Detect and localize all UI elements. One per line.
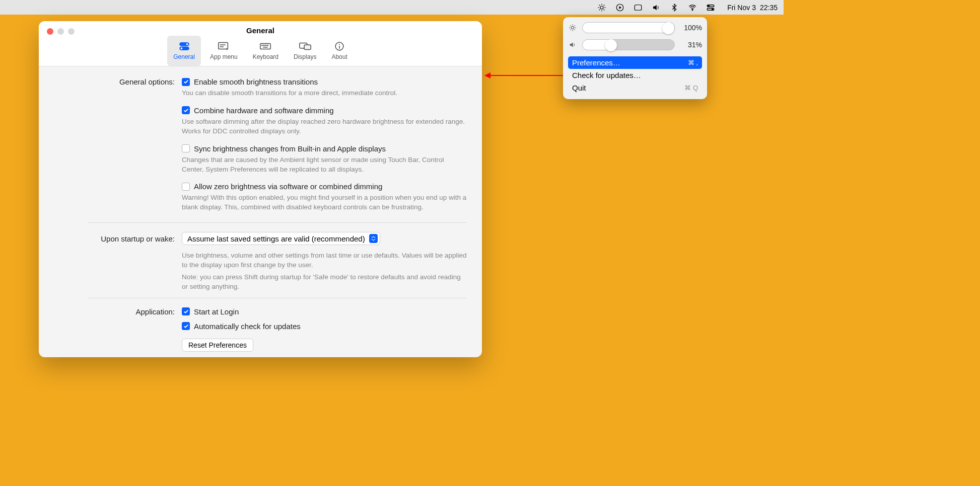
brightness-slider[interactable] [582,22,675,33]
control-center-icon[interactable] [706,3,715,12]
svg-line-5 [599,5,600,6]
brightness-slider-icon [568,24,577,32]
startup-label: Upon startup or wake: [54,234,175,243]
option-zero-hint: Warning! With this option enabled, you m… [182,193,467,212]
option-auto-update-label: Automatically check for updates [194,322,301,331]
shortcut-preferences: ⌘ , [688,59,698,66]
shortcut-quit: ⌘ Q [684,84,698,92]
option-combine-hint: Use software dimming after the display r… [182,117,467,136]
startup-hint-2: Note: you can press Shift during startup… [182,273,467,292]
tab-general[interactable]: General [167,36,201,66]
svg-marker-10 [619,6,622,9]
svg-point-14 [708,5,709,6]
application-label: Application: [54,307,175,316]
checkbox-start-at-login[interactable] [182,307,190,315]
svg-line-42 [574,29,575,30]
menubar-popover: 100% 31% Preferences… ⌘ , Check for upda… [563,17,707,99]
tab-keyboard[interactable]: Keyboard [247,36,285,66]
option-smooth-hint: You can disable smooth transitions for a… [182,89,467,98]
svg-line-43 [570,29,571,30]
reset-preferences-button[interactable]: Reset Preferences [182,339,253,352]
svg-line-44 [574,25,575,26]
svg-marker-46 [484,72,491,78]
menubar: Fri Nov 3 22:35 [0,0,784,15]
startup-hint-1: Use brightness, volume and other setting… [182,251,467,270]
annotation-arrow [483,70,564,80]
divider [88,222,467,223]
brightness-icon[interactable] [597,3,606,12]
svg-point-28 [267,45,268,45]
info-icon [333,41,346,52]
screen-icon[interactable] [634,3,643,12]
option-sync-hint: Changes that are caused by the Ambient l… [182,155,467,175]
svg-point-26 [264,45,264,45]
checkbox-smooth-transitions[interactable] [182,78,190,86]
menu-item-quit[interactable]: Quit ⌘ Q [568,82,702,94]
tab-about[interactable]: About [325,36,353,66]
svg-point-18 [186,43,188,45]
window-title: General [39,26,482,35]
keyboard-icon [259,41,272,52]
option-sync-label: Sync brightness changes from Built-in an… [194,144,386,153]
option-start-login-label: Start at Login [194,307,239,316]
titlebar: General General App menu Keyboard Displa… [39,21,482,66]
volume-slider-icon [568,41,577,49]
bluetooth-icon[interactable] [670,3,679,12]
checkbox-combine-dimming[interactable] [182,106,190,114]
svg-point-0 [600,6,603,9]
tab-app-menu[interactable]: App menu [204,36,244,66]
volume-value: 31% [680,41,702,49]
menubar-date[interactable]: Fri Nov 3 [727,4,756,12]
menu-cursor-icon [217,41,230,52]
option-smooth-label: Enable smooth brightness transitions [194,77,318,86]
menu-item-check-updates[interactable]: Check for updates… [568,69,702,82]
menubar-time[interactable]: 22:35 [760,4,778,12]
svg-point-27 [266,45,266,45]
svg-rect-11 [635,5,642,10]
svg-line-41 [570,25,571,26]
checkbox-sync-brightness[interactable] [182,144,190,152]
svg-point-16 [712,9,713,10]
svg-rect-24 [260,43,270,49]
volume-slider[interactable] [582,39,675,50]
checkbox-auto-update[interactable] [182,322,190,330]
preferences-window: General General App menu Keyboard Displa… [39,21,482,357]
menu-item-preferences[interactable]: Preferences… ⌘ , [568,56,702,69]
option-combine-label: Combine hardware and software dimming [194,106,334,115]
svg-line-8 [604,5,605,6]
chevrons-icon [369,234,378,243]
svg-line-7 [599,9,600,10]
svg-rect-21 [219,42,228,49]
svg-point-25 [262,45,262,45]
displays-icon [299,41,312,52]
svg-line-6 [604,9,605,10]
svg-point-36 [571,26,574,29]
tab-displays[interactable]: Displays [288,36,322,66]
checkbox-zero-brightness[interactable] [182,183,190,191]
startup-select[interactable]: Assume last saved settings are valid (re… [182,232,380,245]
toggles-icon [178,41,191,52]
general-options-label: General options: [54,77,175,86]
startup-select-value: Assume last saved settings are valid (re… [187,234,365,243]
brightness-value: 100% [680,24,702,32]
svg-point-12 [692,9,693,10]
svg-rect-31 [304,45,311,49]
svg-point-20 [180,47,182,49]
option-zero-label: Allow zero brightness via software or co… [194,182,382,191]
svg-point-34 [339,44,340,45]
volume-icon[interactable] [652,3,661,12]
wifi-icon[interactable] [688,3,697,12]
play-circle-icon[interactable] [615,3,624,12]
divider [88,298,467,298]
